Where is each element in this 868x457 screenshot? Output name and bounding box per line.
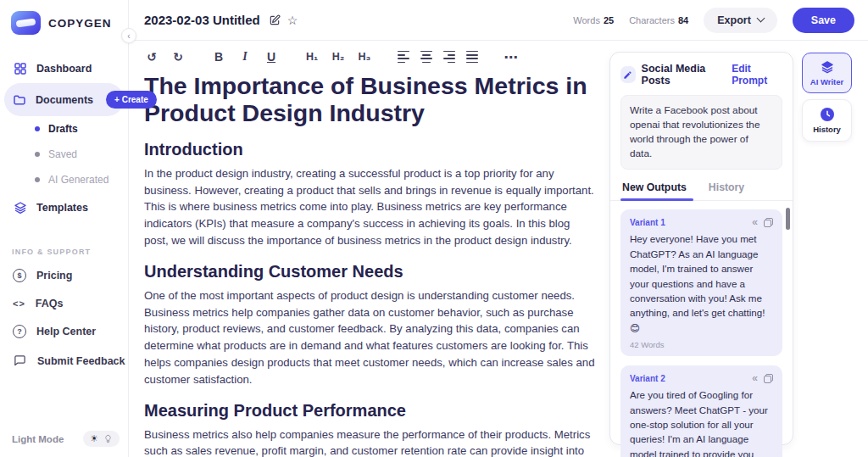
sidebar-item-drafts[interactable]: Drafts (0, 116, 128, 142)
ai-output-panel: Social Media Posts Edit Prompt Write a F… (609, 52, 793, 445)
app-name: COPYGEN (48, 17, 112, 30)
dashboard-grid-icon (13, 61, 27, 75)
prompt-text[interactable]: Write a Facebook post about openai that … (620, 95, 782, 170)
edit-title-icon[interactable] (269, 14, 281, 26)
sidebar-item-pricing[interactable]: $ Pricing (0, 261, 128, 290)
sidebar-item-submit-feedback[interactable]: Submit Feedback (0, 346, 128, 376)
sidebar-item-help-center[interactable]: ? Help Center (0, 317, 128, 346)
app-logo: COPYGEN (0, 0, 128, 35)
panel-title: Social Media Posts (642, 63, 726, 86)
edit-prompt-link[interactable]: Edit Prompt (732, 63, 782, 86)
editor-toolbar: ↺ ↻ B I U H₁ H₂ H₃ ⋯ (129, 41, 614, 73)
sidebar-collapse-button[interactable]: ‹ (121, 28, 136, 43)
variant-label: Variant 2 (630, 374, 665, 383)
word-count-value: 25 (604, 15, 614, 25)
sidebar-item-saved[interactable]: Saved (0, 142, 128, 167)
bullet-dot-icon (35, 152, 40, 157)
document-title: 2023-02-03 Untitled (144, 13, 260, 27)
logo-icon (11, 11, 41, 35)
variant-card[interactable]: Variant 2 « Are you tired of Googling fo… (620, 365, 782, 457)
section-paragraph: Business metrics also help companies mea… (144, 426, 595, 457)
panel-scrollbar[interactable] (786, 208, 790, 230)
export-label: Export (717, 14, 751, 26)
sun-icon: ☀ (90, 434, 98, 443)
create-document-button[interactable]: + Create (106, 91, 157, 109)
align-justify-icon[interactable] (466, 51, 478, 64)
export-button[interactable]: Export (704, 8, 777, 33)
theme-label: Light Mode (12, 434, 64, 444)
sidebar: COPYGEN Dashboard Documents + Create D (0, 0, 129, 457)
character-count: Characters84 (629, 15, 688, 25)
align-right-icon[interactable] (443, 51, 455, 64)
variant-label: Variant 1 (630, 218, 665, 227)
variant-text: Hey everyone! Have you met ChatGPT? As a… (630, 231, 773, 335)
underline-button[interactable]: U (264, 50, 279, 64)
sidebar-item-label: Submit Feedback (37, 355, 125, 367)
heading2-button[interactable]: H₂ (331, 51, 346, 63)
topbar: 2023-02-03 Untitled ☆ Words25 Characters… (129, 0, 868, 41)
chevron-down-icon (756, 14, 765, 23)
sidebar-nav: Dashboard Documents + Create Drafts Save… (0, 53, 128, 222)
sidebar-item-label: Drafts (48, 123, 78, 135)
section-paragraph: One of the most important aspects of pro… (144, 287, 595, 388)
sidebar-item-templates[interactable]: Templates (0, 192, 128, 222)
sidebar-item-faqs[interactable]: <> FAQs (0, 290, 128, 317)
bulb-icon (103, 434, 113, 443)
more-options-icon[interactable]: ⋯ (504, 49, 519, 65)
align-center-icon[interactable] (420, 51, 432, 64)
sidebar-item-dashboard[interactable]: Dashboard (0, 53, 128, 83)
copy-icon[interactable] (764, 374, 773, 383)
tab-new-outputs[interactable]: New Outputs (622, 181, 687, 200)
copy-icon[interactable] (764, 218, 773, 227)
variant-text: Are you tired of Googling for answers? M… (630, 387, 773, 457)
save-button[interactable]: Save (793, 8, 854, 33)
sidebar-item-ai-generated[interactable]: AI Generated (0, 167, 128, 192)
sidebar-item-documents[interactable]: Documents + Create (4, 83, 124, 116)
sidebar-item-label: Saved (48, 148, 77, 160)
variant-list: Variant 1 « Hey everyone! Have you met C… (610, 201, 793, 457)
layers-icon (13, 200, 27, 215)
redo-icon[interactable]: ↻ (170, 50, 186, 64)
collapse-variant-icon[interactable]: « (752, 373, 758, 383)
clock-icon (821, 108, 834, 121)
character-count-value: 84 (678, 15, 688, 25)
tab-history[interactable]: History (709, 181, 744, 200)
bold-button[interactable]: B (211, 50, 226, 64)
theme-toggle[interactable]: ☀ (83, 431, 120, 447)
sidebar-item-label: Dashboard (36, 63, 92, 75)
bullet-dot-icon (35, 177, 40, 182)
ai-writer-label: AI Writer (810, 77, 843, 86)
sidebar-item-label: AI Generated (48, 174, 108, 186)
section-paragraph: In the product design industry, creating… (144, 165, 595, 249)
ai-writer-button[interactable]: AI Writer (802, 53, 852, 93)
sidebar-item-label: Documents (36, 94, 93, 106)
feedback-bubble-icon (13, 354, 27, 368)
sidebar-item-label: Pricing (36, 270, 72, 281)
italic-button[interactable]: I (237, 50, 253, 64)
undo-icon[interactable]: ↺ (144, 50, 159, 64)
variant-card[interactable]: Variant 1 « Hey everyone! Have you met C… (620, 209, 782, 356)
layers-icon (821, 60, 834, 74)
theme-switcher: Light Mode ☀ (0, 431, 128, 447)
sidebar-item-label: Help Center (36, 326, 96, 337)
panel-header: Social Media Posts Edit Prompt (610, 53, 793, 95)
collapse-variant-icon[interactable]: « (752, 217, 758, 227)
sidebar-item-label: Templates (36, 202, 88, 214)
question-icon: ? (13, 325, 26, 338)
section-heading: Introduction (144, 140, 595, 159)
sidebar-item-label: FAQs (36, 298, 64, 309)
favorite-star-icon[interactable]: ☆ (287, 14, 298, 27)
section-heading: Understanding Customer Needs (144, 262, 595, 281)
folder-icon (13, 92, 26, 107)
topbar-actions: Words25 Characters84 Export Save (573, 8, 854, 33)
section-heading: Measuring Product Performance (144, 401, 595, 421)
heading1-button[interactable]: H₁ (304, 51, 320, 63)
document-editor[interactable]: The Importance of Business Metrics in Pr… (144, 73, 595, 457)
pencil-icon (620, 66, 636, 83)
align-left-icon[interactable] (398, 51, 409, 64)
bullet-dot-icon (35, 126, 40, 131)
heading3-button[interactable]: H₃ (357, 51, 372, 63)
history-button[interactable]: History (802, 99, 852, 142)
history-label: History (813, 125, 841, 134)
code-brackets-icon: <> (13, 298, 25, 309)
